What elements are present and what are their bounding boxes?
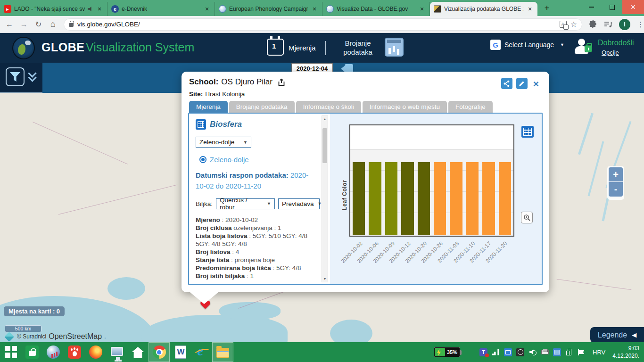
media-playlist-icon[interactable] [604,21,612,28]
chart-bar[interactable] [353,162,365,235]
tab-audio-icon[interactable] [88,7,93,12]
new-tab-button[interactable] [540,1,553,15]
measurements-panel[interactable]: Biosfera Zeleno-dolje Zeleno-dolje Datum… [189,114,322,284]
scrollbar-thumb[interactable] [322,128,327,163]
tab-close-icon[interactable] [96,5,103,13]
chart-panel: Leaf Color [330,114,542,284]
tab-close-icon[interactable] [203,5,211,13]
scroll-up-icon[interactable] [322,116,328,122]
close-button[interactable] [622,0,644,14]
browser-menu-icon[interactable] [637,20,644,29]
share-button[interactable] [501,78,512,89]
zoom-in-button[interactable]: + [609,167,623,182]
app-window-tray-icon[interactable] [504,348,512,356]
double-chevron-down-icon[interactable] [28,70,37,82]
tab-vizualizacija[interactable]: Vizualizacija podataka GLOBE zn [430,2,537,16]
panel-scrollbar[interactable] [322,115,328,282]
user-icon[interactable] [574,39,593,57]
chart-bar[interactable] [434,162,446,235]
url-text[interactable]: vis.globe.gov/GLOBE/ [77,21,556,28]
teams-tray-icon[interactable] [479,348,487,356]
data-count-chart-icon[interactable] [385,38,404,57]
extensions-puzzle-icon[interactable] [589,20,597,29]
forward-icon[interactable] [19,19,29,30]
chart-bar[interactable] [450,162,462,235]
volume-icon[interactable] [528,348,537,356]
chart-bar[interactable] [401,162,413,235]
bookmark-star-icon[interactable] [570,20,577,29]
lenovo-app-icon[interactable] [111,347,123,356]
popup-tab-brojanje-podataka[interactable]: Brojanje podataka [229,101,295,113]
tab-visualize-data[interactable]: Visualize Data - GLOBE.gov [322,2,430,16]
minimize-button[interactable] [581,0,602,14]
chart-bar[interactable] [369,162,381,235]
nav-brojanje-podataka[interactable]: Brojanje podataka [336,39,380,57]
microsoft-store-icon[interactable] [25,346,39,359]
chart-bar[interactable] [385,162,397,235]
tab-close-icon[interactable] [311,5,318,13]
tab-phenology-campaign[interactable]: European Phenology Campaign [215,2,322,16]
device-plug-icon[interactable] [565,348,573,356]
tab-close-icon[interactable] [418,5,426,13]
tab-lado-youtube[interactable]: LADO - "Neka sjaji sunce sv [0,2,107,16]
language-label[interactable]: Select Language [504,41,554,49]
globe-logo[interactable] [12,37,35,59]
screen-share-icon[interactable] [553,348,561,356]
popup-tab-informacije-o-web-mjestu[interactable]: Informacije o web mjestu [363,101,447,113]
system-tray: 35% [434,345,644,360]
globe-stats-app-icon[interactable] [47,346,60,359]
printer-icon[interactable] [541,348,549,356]
funnel-icon [10,72,20,82]
network-signal-icon[interactable] [492,348,500,356]
display-mode-select[interactable]: Prevladava [278,198,320,209]
chrome-icon[interactable] [153,346,166,359]
profile-avatar[interactable]: I [619,19,630,30]
scroll-down-icon[interactable] [322,276,328,282]
taskbar-clock[interactable]: 9:03 4.12.2020. [612,345,639,360]
tab-e-dnevnik[interactable]: e-Dnevnik [107,2,215,16]
reload-icon[interactable] [33,19,44,30]
flag-icon[interactable] [578,348,586,356]
chevron-down-icon[interactable] [560,42,564,47]
firefox-icon[interactable] [89,346,102,359]
chart-bar[interactable] [482,162,495,235]
edit-pencil-button[interactable] [516,78,528,89]
popup-tab-informacije-o-skoli[interactable]: Informacije o školi [296,101,361,113]
leaflet-logo-icon[interactable] [4,331,14,341]
chart-bar[interactable] [499,162,511,235]
word-icon[interactable] [175,346,186,359]
filter-button[interactable] [6,67,25,86]
options-link[interactable]: Opcije [602,49,619,56]
zoom-magnifier-button[interactable] [521,212,533,223]
plant-select[interactable]: Quercus / robur [216,198,275,209]
tab-close-icon[interactable] [526,5,534,13]
openstreetmap-link[interactable]: OpenStreetMap [49,332,102,341]
start-button[interactable] [5,346,17,358]
measurements-calendar-icon[interactable] [267,39,284,56]
back-icon[interactable] [4,19,15,30]
protocol-select[interactable]: Zeleno-dolje [196,137,251,148]
battery-indicator[interactable]: 35% [434,347,460,357]
export-icon[interactable] [277,78,286,87]
restore-button[interactable] [602,0,622,14]
address-bar[interactable]: vis.globe.gov/GLOBE/ [64,18,582,31]
footprint-app-icon[interactable] [68,346,81,359]
translate-icon[interactable] [560,21,567,28]
file-explorer-icon[interactable] [216,348,229,358]
legend-button[interactable]: Legende [590,327,644,342]
internet-explorer-icon[interactable] [195,345,209,359]
chart-bar[interactable] [418,162,430,235]
data-table-icon[interactable] [521,126,534,138]
popup-close-icon[interactable] [533,79,539,89]
protocol-radio[interactable] [199,156,206,163]
chart-bar[interactable] [466,162,479,235]
school-name: OS Djuro Pilar [221,77,272,87]
popup-tab-fotografije[interactable]: Fotografije [448,101,493,113]
home-app-icon[interactable] [132,347,144,358]
keyboard-language[interactable]: HRV [593,349,605,356]
home-icon[interactable] [48,19,58,30]
zoom-out-button[interactable]: - [609,182,623,197]
clock-app-tray-icon[interactable] [516,348,524,356]
nav-mjerenja[interactable]: Mjerenja [289,44,316,52]
popup-tab-mjerenja[interactable]: Mjerenja [189,101,228,113]
